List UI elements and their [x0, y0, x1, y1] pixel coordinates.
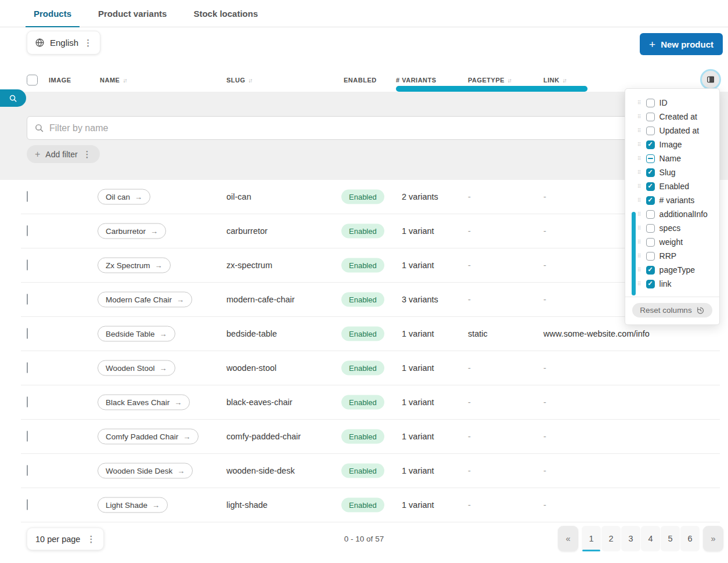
table-row[interactable]: Light Shade→ light-shade Enabled 1 varia…: [21, 488, 720, 522]
checkbox[interactable]: [646, 99, 655, 107]
table-row[interactable]: Wooden Side Desk→ wooden-side-desk Enabl…: [21, 454, 720, 488]
drag-handle-icon[interactable]: ⠿: [637, 212, 641, 217]
column-option-variants[interactable]: ⠿ # variants: [625, 193, 719, 207]
new-product-button[interactable]: + New product: [640, 33, 723, 55]
table-row[interactable]: Modern Cafe Chair→ modern-cafe-chair Ena…: [21, 283, 720, 317]
drag-handle-icon[interactable]: ⠿: [637, 128, 641, 133]
row-checkbox[interactable]: [27, 362, 28, 373]
product-name-link[interactable]: Bedside Table→: [98, 326, 175, 342]
row-checkbox[interactable]: [27, 396, 28, 407]
product-name-link[interactable]: Oil can→: [98, 189, 150, 205]
checkbox[interactable]: [646, 224, 655, 233]
row-checkbox[interactable]: [27, 294, 28, 305]
drag-handle-icon[interactable]: ⠿: [637, 282, 641, 287]
page-button-5[interactable]: 5: [661, 526, 680, 551]
product-name-link[interactable]: Wooden Stool→: [98, 360, 175, 376]
row-checkbox[interactable]: [27, 431, 28, 442]
checkbox[interactable]: [646, 182, 655, 191]
drag-handle-icon[interactable]: ⠿: [637, 198, 641, 203]
product-name-link[interactable]: Carburretor→: [98, 223, 166, 239]
language-menu-icon[interactable]: ⋮: [84, 38, 92, 47]
checkbox[interactable]: [646, 127, 655, 135]
column-option-enabled[interactable]: ⠿ Enabled: [625, 179, 719, 193]
product-name-link[interactable]: Light Shade→: [98, 497, 168, 513]
row-checkbox[interactable]: [27, 499, 28, 510]
column-option-pagetype[interactable]: ⠿ pageType: [625, 263, 719, 277]
product-name-link[interactable]: Wooden Side Desk→: [98, 463, 193, 479]
drag-handle-icon[interactable]: ⠿: [637, 268, 641, 273]
row-checkbox[interactable]: [27, 191, 28, 202]
row-checkbox[interactable]: [27, 328, 28, 339]
add-filter-button[interactable]: + Add filter ⋮: [27, 145, 100, 163]
product-name-link[interactable]: Modern Cafe Chair→: [98, 292, 192, 308]
column-header-slug[interactable]: SLUG↓↑: [226, 77, 252, 84]
page-button-6[interactable]: 6: [680, 526, 700, 551]
column-option-rrp[interactable]: ⠿ RRP: [625, 249, 719, 263]
column-header-pagetype[interactable]: PAGETYPE↓↑: [468, 77, 511, 84]
search-toggle-button[interactable]: [0, 89, 26, 107]
sort-icon[interactable]: ↓↑: [563, 77, 566, 84]
product-name-link[interactable]: Black Eaves Chair→: [98, 395, 190, 410]
drag-handle-icon[interactable]: ⠿: [637, 184, 641, 189]
checkbox[interactable]: [646, 252, 655, 261]
product-name-link[interactable]: Zx Spectrum→: [98, 258, 171, 273]
column-option-additionalinfo[interactable]: ⠿ additionalInfo: [625, 207, 719, 221]
column-option-id[interactable]: ⠿ ID: [625, 96, 719, 110]
column-header-link[interactable]: LINK↓↑: [543, 77, 566, 84]
drag-handle-icon[interactable]: ⠿: [637, 142, 641, 147]
page-button-1[interactable]: 1: [582, 526, 601, 551]
checkbox[interactable]: [646, 266, 655, 275]
table-row[interactable]: Wooden Stool→ wooden-stool Enabled 1 var…: [21, 351, 720, 385]
checkbox[interactable]: [646, 210, 655, 219]
column-option-image[interactable]: ⠿ Image: [625, 138, 719, 151]
column-option-specs[interactable]: ⠿ specs: [625, 221, 719, 235]
drag-handle-icon[interactable]: ⠿: [637, 156, 641, 161]
next-page-button[interactable]: »: [703, 526, 723, 551]
reset-columns-button[interactable]: Reset columns: [632, 303, 712, 317]
row-checkbox[interactable]: [27, 259, 28, 270]
checkbox[interactable]: [646, 196, 655, 205]
table-row[interactable]: Black Eaves Chair→ black-eaves-chair Ena…: [21, 385, 720, 420]
product-name-link[interactable]: Comfy Padded Chair→: [98, 429, 199, 445]
row-checkbox[interactable]: [27, 225, 28, 236]
checkbox[interactable]: [646, 113, 655, 121]
drag-handle-icon[interactable]: ⠿: [637, 100, 641, 106]
column-header-name[interactable]: NAME↓↑: [100, 77, 126, 84]
sort-icon[interactable]: ↓↑: [248, 77, 252, 84]
checkbox[interactable]: [646, 154, 655, 163]
column-option-name[interactable]: ⠿ Name: [625, 151, 719, 165]
table-row[interactable]: Carburretor→ carburretor Enabled 1 varia…: [21, 214, 720, 248]
drag-handle-icon[interactable]: ⠿: [637, 226, 641, 231]
tab-products[interactable]: Products: [26, 0, 80, 27]
previous-page-button[interactable]: «: [558, 526, 578, 551]
row-checkbox[interactable]: [27, 465, 28, 476]
column-option-slug[interactable]: ⠿ Slug: [625, 165, 719, 179]
page-button-3[interactable]: 3: [621, 526, 640, 551]
checkbox[interactable]: [646, 140, 655, 149]
checkbox[interactable]: [646, 168, 655, 177]
tab-stock-locations[interactable]: Stock locations: [185, 0, 266, 27]
sort-icon[interactable]: ↓↑: [122, 77, 126, 84]
checkbox[interactable]: [646, 280, 655, 288]
select-all-checkbox[interactable]: [27, 75, 38, 86]
table-row[interactable]: Comfy Padded Chair→ comfy-padded-chair E…: [21, 420, 720, 454]
table-row[interactable]: Oil can→ oil-can Enabled 2 variants - -: [21, 180, 720, 214]
page-button-4[interactable]: 4: [641, 526, 660, 551]
column-option-weight[interactable]: ⠿ weight: [625, 235, 719, 249]
tab-product-variants[interactable]: Product variants: [90, 0, 175, 27]
drag-handle-icon[interactable]: ⠿: [637, 254, 641, 259]
filter-menu-icon[interactable]: ⋮: [83, 150, 92, 158]
column-picker-button[interactable]: [702, 71, 719, 88]
table-row[interactable]: Zx Spectrum→ zx-spectrum Enabled 1 varia…: [21, 248, 720, 283]
page-button-2[interactable]: 2: [601, 526, 621, 551]
drag-handle-icon[interactable]: ⠿: [637, 240, 641, 245]
column-option-updated-at[interactable]: ⠿ Updated at: [625, 124, 719, 138]
filter-by-name-input[interactable]: [49, 123, 712, 133]
sort-icon[interactable]: ↓↑: [507, 77, 511, 84]
column-option-link[interactable]: ⠿ link: [625, 277, 719, 291]
drag-handle-icon[interactable]: ⠿: [637, 170, 641, 175]
column-option-created-at[interactable]: ⠿ Created at: [625, 110, 719, 124]
language-selector[interactable]: English ⋮: [27, 31, 100, 55]
checkbox[interactable]: [646, 238, 655, 247]
drag-handle-icon[interactable]: ⠿: [637, 114, 641, 120]
